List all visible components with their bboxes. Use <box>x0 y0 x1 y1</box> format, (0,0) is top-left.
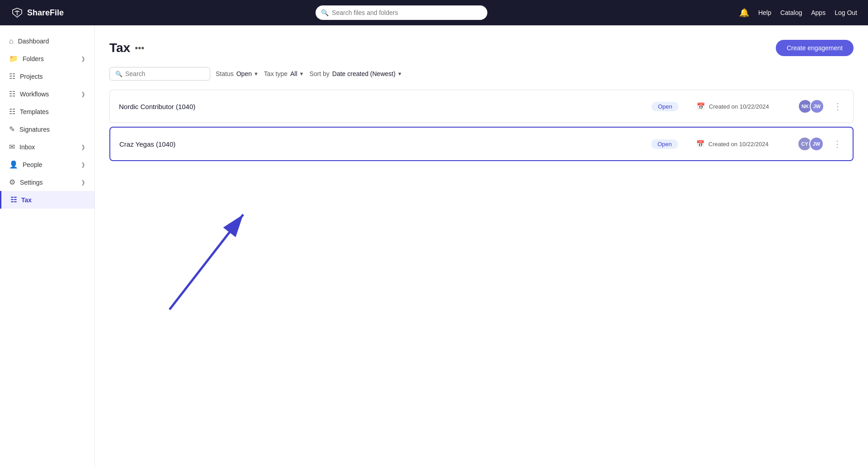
status-filter-value[interactable]: Open ▼ <box>236 70 259 77</box>
engagement-list: Nordic Contributor (1040) Open 📅 Created… <box>109 90 854 165</box>
sidebar-item-projects[interactable]: ☷ Projects <box>0 67 94 85</box>
search-icon-top: 🔍 <box>321 9 329 16</box>
status-filter-selected: Open <box>236 70 252 77</box>
apps-link[interactable]: Apps <box>811 9 826 16</box>
filter-bar: 🔍 Status Open ▼ Tax type All ▼ Sort by <box>109 67 854 81</box>
engagement-date-text: Created on 10/22/2024 <box>708 141 769 148</box>
app-layout: ⌂ Dashboard 📁 Folders ❱ ☷ Projects ☷ Wor… <box>0 25 868 467</box>
projects-icon: ☷ <box>9 72 15 81</box>
sidebar-item-dashboard[interactable]: ⌂ Dashboard <box>0 33 94 50</box>
sidebar-label-templates: Templates <box>20 108 49 115</box>
logout-link[interactable]: Log Out <box>835 9 857 16</box>
engagement-search-box[interactable]: 🔍 <box>109 67 210 81</box>
signatures-icon: ✎ <box>9 125 15 133</box>
status-filter[interactable]: Status Open ▼ <box>216 70 259 77</box>
page-header: Tax ••• Create engagement <box>109 40 854 56</box>
status-filter-label: Status <box>216 70 234 77</box>
engagement-status: Open <box>651 140 678 148</box>
tax-type-filter-value[interactable]: All ▼ <box>290 70 304 77</box>
sidebar-label-people: People <box>23 161 42 168</box>
svg-line-1 <box>170 214 243 310</box>
avatar: JW <box>809 137 824 151</box>
logo-text: ShareFile <box>27 8 64 18</box>
engagement-more-menu-icon[interactable]: ⋮ <box>831 137 844 151</box>
sidebar-item-inbox[interactable]: ✉ Inbox ❱ <box>0 138 94 156</box>
page-title-row: Tax ••• <box>109 41 144 55</box>
tax-type-filter[interactable]: Tax type All ▼ <box>264 70 304 77</box>
sidebar-item-settings[interactable]: ⚙ Settings ❱ <box>0 173 94 191</box>
dashboard-icon: ⌂ <box>9 37 14 45</box>
folders-icon: 📁 <box>9 54 18 63</box>
tax-icon: ☷ <box>10 195 17 204</box>
main-content: Tax ••• Create engagement 🔍 Status Open … <box>95 25 868 467</box>
sidebar-item-folders[interactable]: 📁 Folders ❱ <box>0 50 94 67</box>
inbox-icon: ✉ <box>9 143 15 151</box>
engagement-more-menu-icon[interactable]: ⋮ <box>831 99 844 114</box>
workflows-chevron: ❱ <box>81 91 85 97</box>
sort-filter-chevron: ▼ <box>397 71 402 76</box>
sort-filter-value[interactable]: Date created (Newest) ▼ <box>332 70 402 77</box>
engagement-date: 📅 Created on 10/22/2024 <box>696 140 787 148</box>
tax-type-filter-selected: All <box>290 70 297 77</box>
sidebar-label-signatures: Signatures <box>19 126 50 133</box>
sidebar-label-tax: Tax <box>21 196 32 204</box>
sidebar-label-workflows: Workflows <box>20 91 49 98</box>
sidebar-item-signatures[interactable]: ✎ Signatures <box>0 120 94 138</box>
engagement-date-text: Created on 10/22/2024 <box>709 103 769 110</box>
engagement-avatars: CY JW <box>797 137 824 151</box>
engagement-status: Open <box>651 102 679 110</box>
engagement-name: Nordic Contributor (1040) <box>119 103 651 110</box>
logo-icon <box>11 6 24 19</box>
engagement-avatars: NK JW <box>798 99 824 114</box>
engagement-name: Craz Yegas (1040) <box>119 140 651 148</box>
folders-chevron: ❱ <box>81 56 85 62</box>
logo: ShareFile <box>11 6 64 19</box>
calendar-icon: 📅 <box>696 140 705 148</box>
settings-chevron: ❱ <box>81 179 85 186</box>
top-navigation: ShareFile 🔍 🔔 Help Catalog Apps Log Out <box>0 0 868 25</box>
engagement-row[interactable]: Nordic Contributor (1040) Open 📅 Created… <box>109 90 854 123</box>
catalog-link[interactable]: Catalog <box>780 9 802 16</box>
settings-icon: ⚙ <box>9 178 15 186</box>
global-search-container: 🔍 <box>316 5 487 20</box>
sort-filter-label: Sort by <box>309 70 329 77</box>
engagement-search-input[interactable] <box>125 70 204 77</box>
notifications-icon[interactable]: 🔔 <box>739 8 749 18</box>
status-filter-chevron: ▼ <box>254 71 259 76</box>
sort-filter[interactable]: Sort by Date created (Newest) ▼ <box>309 70 402 77</box>
sidebar-item-workflows[interactable]: ☷ Workflows ❱ <box>0 85 94 103</box>
avatar: JW <box>810 99 824 114</box>
people-icon: 👤 <box>9 160 18 169</box>
status-badge: Open <box>651 102 679 111</box>
global-search-input[interactable] <box>316 5 487 20</box>
create-engagement-button[interactable]: Create engagement <box>776 40 854 56</box>
sidebar: ⌂ Dashboard 📁 Folders ❱ ☷ Projects ☷ Wor… <box>0 25 95 467</box>
calendar-icon: 📅 <box>697 102 705 110</box>
workflows-icon: ☷ <box>9 90 15 98</box>
sort-filter-selected: Date created (Newest) <box>332 70 396 77</box>
sidebar-label-folders: Folders <box>23 55 44 62</box>
templates-icon: ☷ <box>9 107 15 116</box>
status-badge: Open <box>651 139 678 149</box>
sidebar-label-inbox: Inbox <box>19 143 35 151</box>
tax-type-filter-chevron: ▼ <box>299 71 304 76</box>
sidebar-label-dashboard: Dashboard <box>18 38 49 45</box>
people-chevron: ❱ <box>81 162 85 168</box>
page-title: Tax <box>109 41 130 55</box>
sidebar-item-people[interactable]: 👤 People ❱ <box>0 156 94 173</box>
sidebar-item-tax[interactable]: ☷ Tax <box>0 191 94 209</box>
tax-type-filter-label: Tax type <box>264 70 288 77</box>
sidebar-item-templates[interactable]: ☷ Templates <box>0 103 94 120</box>
engagement-date: 📅 Created on 10/22/2024 <box>697 102 787 110</box>
page-more-menu-icon[interactable]: ••• <box>135 43 144 53</box>
sidebar-label-settings: Settings <box>20 179 43 186</box>
engagement-row[interactable]: Craz Yegas (1040) Open 📅 Created on 10/2… <box>109 127 854 161</box>
help-link[interactable]: Help <box>758 9 771 16</box>
inbox-chevron: ❱ <box>81 144 85 150</box>
search-icon: 🔍 <box>115 71 123 77</box>
sidebar-label-projects: Projects <box>20 73 43 80</box>
top-nav-actions: 🔔 Help Catalog Apps Log Out <box>739 8 857 18</box>
